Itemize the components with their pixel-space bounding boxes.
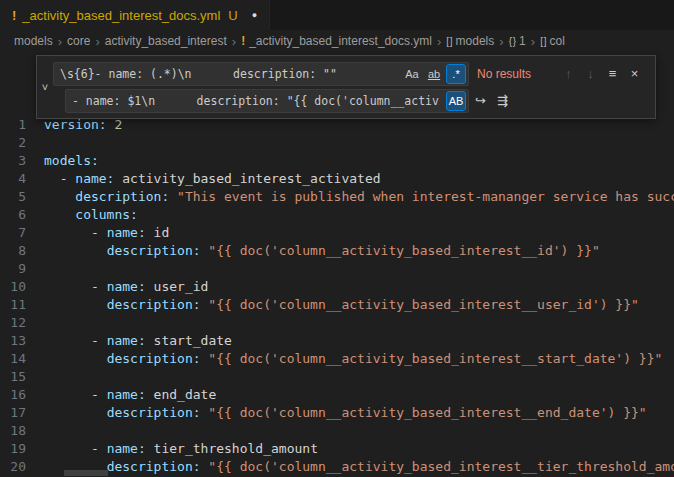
line-number[interactable]: 15	[0, 368, 32, 386]
code-line[interactable]: - name: start_date	[44, 332, 674, 350]
replace-all-icon[interactable]: ⇶	[492, 90, 513, 112]
git-status-badge: U	[228, 8, 237, 23]
yaml-file-icon: !	[12, 8, 16, 23]
find-input-box: Aa ab .*	[53, 62, 469, 86]
replace-row: AB ↪ ⇶	[53, 87, 651, 114]
code-line[interactable]: description: "{{ doc('column__activity_b…	[44, 458, 674, 476]
code-line[interactable]	[44, 134, 674, 152]
breadcrumb-item--activity-based-interest-docs-yml[interactable]: !_activity_based_interest_docs.yml	[241, 34, 432, 48]
breadcrumb-item-models[interactable]: models	[14, 34, 53, 48]
breadcrumb-separator: ›	[437, 34, 441, 49]
line-number[interactable]: 11	[0, 296, 32, 314]
code-line[interactable]: - name: id	[44, 224, 674, 242]
match-case-button[interactable]: Aa	[402, 64, 422, 84]
dirty-indicator[interactable]: ●	[252, 10, 257, 20]
line-number[interactable]: 6	[0, 206, 32, 224]
line-number[interactable]: 4	[0, 170, 32, 188]
line-number[interactable]: 20	[0, 458, 32, 476]
line-number[interactable]: 17	[0, 404, 32, 422]
horizontal-scrollbar[interactable]	[64, 470, 108, 476]
code-line[interactable]: description: "This event is published wh…	[44, 188, 674, 206]
replace-input-box: AB	[65, 89, 469, 113]
breadcrumb-separator: ›	[499, 34, 503, 49]
symbol-array-icon: [ ]	[540, 36, 545, 47]
line-number[interactable]: 16	[0, 386, 32, 404]
breadcrumb-item-1[interactable]: { }1	[509, 34, 526, 48]
code-line[interactable]: - name: activity_based_interest_activate…	[44, 170, 674, 188]
find-row: Aa ab .* No results ↑ ↓ ≡ ×	[53, 60, 651, 87]
code-line[interactable]	[44, 260, 674, 278]
line-number[interactable]: 10	[0, 278, 32, 296]
line-number[interactable]: 1	[0, 116, 32, 134]
close-icon[interactable]: ×	[624, 63, 645, 85]
line-number[interactable]: 18	[0, 422, 32, 440]
preserve-case-button[interactable]: AB	[446, 91, 466, 111]
code-line[interactable]	[44, 368, 674, 386]
regex-button[interactable]: .*	[446, 64, 466, 84]
line-number[interactable]: 2	[0, 134, 32, 152]
code-line[interactable]: - name: user_id	[44, 278, 674, 296]
breadcrumb-separator: ›	[531, 34, 535, 49]
code-line[interactable]: - name: tier_threshold_amount	[44, 440, 674, 458]
line-number[interactable]: 9	[0, 260, 32, 278]
code-line[interactable]: description: "{{ doc('column__activity_b…	[44, 350, 674, 368]
line-number[interactable]: 3	[0, 152, 32, 170]
line-numbers[interactable]: 1234567891011121314151617181920	[0, 52, 32, 477]
code-line[interactable]: models:	[44, 152, 674, 170]
code-line[interactable]: description: "{{ doc('column__activity_b…	[44, 242, 674, 260]
code-line[interactable]: description: "{{ doc('column__activity_b…	[44, 296, 674, 314]
tab-title: _activity_based_interest_docs.yml	[22, 8, 220, 23]
line-number[interactable]: 8	[0, 242, 32, 260]
breadcrumb-item-models[interactable]: [ ]models	[446, 34, 494, 48]
breadcrumb-separator: ›	[58, 34, 62, 49]
line-number[interactable]: 12	[0, 314, 32, 332]
code-line[interactable]: - name: end_date	[44, 386, 674, 404]
breadcrumb-item-col[interactable]: [ ]col	[540, 34, 565, 48]
code-line[interactable]: columns:	[44, 206, 674, 224]
line-number[interactable]: 19	[0, 440, 32, 458]
line-number[interactable]: 13	[0, 332, 32, 350]
results-count: No results	[477, 67, 549, 81]
yaml-warning-icon: !	[241, 34, 245, 48]
replace-input[interactable]	[66, 94, 446, 108]
whole-word-button[interactable]: ab	[424, 64, 444, 84]
find-in-selection-icon[interactable]: ≡	[602, 63, 623, 85]
find-widget: ˅ Aa ab .* No results ↑ ↓ ≡ × AB ↪ ⇶	[36, 55, 656, 119]
code-line[interactable]	[44, 422, 674, 440]
previous-match-icon[interactable]: ↑	[558, 63, 579, 85]
breadcrumb-separator: ›	[95, 34, 99, 49]
toggle-replace-button[interactable]: ˅	[37, 56, 53, 118]
line-number[interactable]: 14	[0, 350, 32, 368]
next-match-icon[interactable]: ↓	[580, 63, 601, 85]
symbol-object-icon: { }	[509, 36, 515, 47]
symbol-array-icon: [ ]	[446, 36, 451, 47]
breadcrumb-item-activity-based-interest[interactable]: activity_based_interest	[105, 34, 227, 48]
code-line[interactable]: description: "{{ doc('column__activity_b…	[44, 404, 674, 422]
breadcrumb-item-core[interactable]: core	[67, 34, 90, 48]
replace-icon[interactable]: ↪	[470, 90, 491, 112]
code-line[interactable]	[44, 314, 674, 332]
tab-bar: ! _activity_based_interest_docs.yml U ●	[0, 0, 674, 30]
line-number[interactable]: 5	[0, 188, 32, 206]
breadcrumb-separator: ›	[232, 34, 236, 49]
breadcrumb: models›core›activity_based_interest›!_ac…	[0, 30, 674, 52]
line-number[interactable]: 7	[0, 224, 32, 242]
find-input[interactable]	[54, 67, 402, 81]
editor-tab[interactable]: ! _activity_based_interest_docs.yml U ●	[0, 0, 270, 30]
